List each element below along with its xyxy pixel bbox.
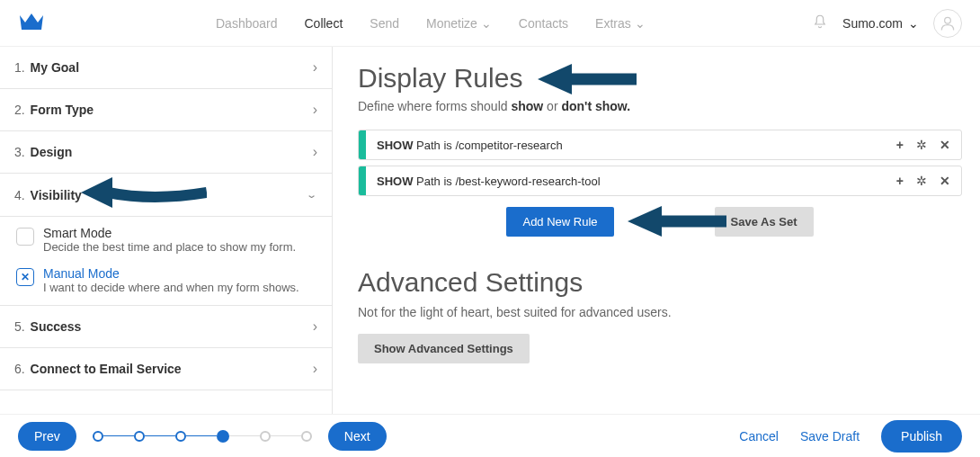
step-dot[interactable] <box>260 431 271 442</box>
advanced-title: Advanced Settings <box>358 267 962 298</box>
gear-icon[interactable]: ✲ <box>916 138 927 152</box>
rule-color-indicator <box>359 166 366 195</box>
top-header: Dashboard Collect Send Monetize ⌄ Contac… <box>0 0 980 47</box>
page-subtitle: Define where forms should show or don't … <box>358 99 962 113</box>
avatar[interactable] <box>933 9 962 38</box>
step-dot[interactable] <box>175 431 186 442</box>
show-advanced-button[interactable]: Show Advanced Settings <box>358 334 530 363</box>
next-button[interactable]: Next <box>328 422 387 451</box>
gear-icon[interactable]: ✲ <box>916 174 927 188</box>
account-dropdown[interactable]: Sumo.com ⌄ <box>842 16 919 31</box>
save-draft-button[interactable]: Save Draft <box>800 429 860 444</box>
close-icon[interactable]: ✕ <box>940 138 950 152</box>
chevron-down-icon: ⌄ <box>306 189 317 201</box>
rule-text: SHOW Path is /best-keyword-research-tool <box>366 175 886 188</box>
chevron-right-icon: › <box>313 144 317 160</box>
nav-dashboard[interactable]: Dashboard <box>216 16 278 31</box>
page-title: Display Rules <box>358 63 962 94</box>
wizard-footer: Prev Next Cancel Save Draft Publish <box>0 414 980 457</box>
rule-row[interactable]: SHOW Path is /competitor-research + ✲ ✕ <box>358 130 962 160</box>
svg-point-0 <box>945 17 951 23</box>
nav-send[interactable]: Send <box>370 16 399 31</box>
smart-mode-desc: Decide the best time and place to show m… <box>43 240 296 254</box>
add-icon[interactable]: + <box>896 174 904 188</box>
rule-row[interactable]: SHOW Path is /best-keyword-research-tool… <box>358 166 962 196</box>
step-form-type[interactable]: 2. Form Type › <box>0 89 332 131</box>
rule-text: SHOW Path is /competitor-research <box>366 139 886 152</box>
checkbox-checked-icon[interactable] <box>16 268 34 286</box>
nav-collect[interactable]: Collect <box>305 16 343 31</box>
step-dot-active[interactable] <box>217 430 229 443</box>
chevron-right-icon: › <box>313 59 317 76</box>
progress-stepper <box>93 430 312 443</box>
step-dot[interactable] <box>301 431 312 442</box>
step-dot[interactable] <box>93 431 103 442</box>
nav-monetize[interactable]: Monetize ⌄ <box>426 16 492 31</box>
add-icon[interactable]: + <box>896 138 904 152</box>
manual-mode-desc: I want to decide where and when my form … <box>43 281 299 294</box>
annotation-arrow-icon <box>81 170 207 215</box>
nav-extras[interactable]: Extras ⌄ <box>595 16 646 31</box>
step-my-goal[interactable]: 1. My Goal › <box>0 47 332 89</box>
chevron-down-icon: ⌄ <box>908 16 919 31</box>
step-sidebar: 1. My Goal › 2. Form Type › 3. Design › … <box>0 47 333 414</box>
smart-mode-title: Smart Mode <box>43 226 296 240</box>
chevron-right-icon: › <box>313 318 317 335</box>
notifications-bell-icon[interactable] <box>812 13 828 33</box>
step-design[interactable]: 3. Design › <box>0 131 332 174</box>
add-new-rule-button[interactable]: Add New Rule <box>506 207 613 237</box>
step-connect-email[interactable]: 6. Connect to Email Service › <box>0 348 332 390</box>
chevron-right-icon: › <box>313 102 317 118</box>
content-panel: Display Rules Define where forms should … <box>333 47 980 414</box>
step-success[interactable]: 5. Success › <box>0 306 332 348</box>
step-visibility[interactable]: 4. Visibility ⌄ <box>0 174 332 217</box>
logo-crown-icon[interactable] <box>18 12 45 35</box>
chevron-right-icon: › <box>313 361 317 377</box>
chevron-down-icon: ⌄ <box>481 16 492 31</box>
advanced-subtitle: Not for the light of heart, best suited … <box>358 305 962 319</box>
visibility-modes: Smart Mode Decide the best time and plac… <box>0 217 332 306</box>
save-as-set-button[interactable]: Save As Set <box>715 207 814 237</box>
chevron-down-icon: ⌄ <box>635 16 646 31</box>
nav-contacts[interactable]: Contacts <box>519 16 568 31</box>
smart-mode-option[interactable]: Smart Mode Decide the best time and plac… <box>0 217 332 257</box>
main-nav: Dashboard Collect Send Monetize ⌄ Contac… <box>216 16 646 31</box>
step-dot[interactable] <box>134 431 145 442</box>
rule-color-indicator <box>359 130 366 159</box>
prev-button[interactable]: Prev <box>18 422 76 451</box>
manual-mode-option[interactable]: Manual Mode I want to decide where and w… <box>0 257 332 298</box>
annotation-arrow-icon <box>628 202 726 241</box>
close-icon[interactable]: ✕ <box>940 174 950 188</box>
publish-button[interactable]: Publish <box>881 420 962 453</box>
cancel-button[interactable]: Cancel <box>739 429 779 444</box>
manual-mode-title: Manual Mode <box>43 266 299 281</box>
checkbox-unchecked-icon[interactable] <box>16 228 34 246</box>
